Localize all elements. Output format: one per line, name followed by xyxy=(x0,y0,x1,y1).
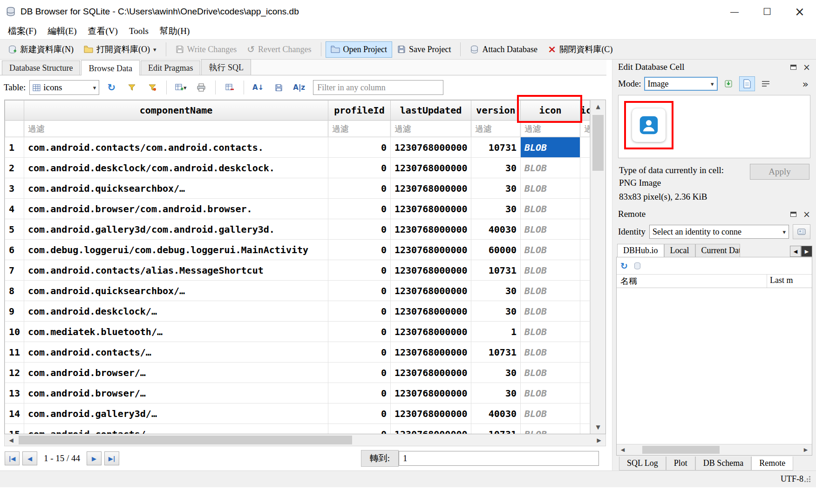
import-data-button[interactable] xyxy=(721,76,736,91)
scroll-left-icon[interactable]: ◀ xyxy=(5,434,18,446)
cell-clipped[interactable] xyxy=(580,403,590,424)
vertical-scroll-track[interactable] xyxy=(591,113,605,421)
word-wrap-button[interactable] xyxy=(758,76,774,91)
cell-componentName[interactable]: com.android.contacts/… xyxy=(24,424,328,435)
cell-version[interactable]: 30 xyxy=(471,158,521,178)
cell-clipped[interactable] xyxy=(580,383,590,403)
float-panel-icon[interactable] xyxy=(790,212,796,217)
cell-profileId[interactable]: 0 xyxy=(328,322,391,342)
filter-profileId[interactable]: 過濾 xyxy=(328,121,391,137)
cell-clipped[interactable] xyxy=(580,137,590,158)
cell-version[interactable]: 30 xyxy=(471,363,521,383)
menu-help[interactable]: 幫助(H) xyxy=(155,24,195,39)
cell-componentName[interactable]: com.android.quicksearchbox/… xyxy=(24,281,328,301)
maximize-button[interactable]: ☐ xyxy=(751,0,783,23)
cell-lastUpdated[interactable]: 1230768000000 xyxy=(391,322,471,342)
print-cell-button[interactable] xyxy=(739,76,755,91)
previous-page-button[interactable]: ◀ xyxy=(22,451,37,465)
cell-componentName[interactable]: com.android.contacts/com.android.contact… xyxy=(24,137,328,158)
cell-version[interactable]: 10731 xyxy=(471,260,521,281)
dock-tab-remote[interactable]: Remote xyxy=(751,457,793,470)
cell-profileId[interactable]: 0 xyxy=(328,342,391,363)
cell-icon-blob[interactable]: BLOB xyxy=(521,281,580,301)
cell-componentName[interactable]: com.android.deskclock/com.android.deskcl… xyxy=(24,158,328,178)
cell-componentName[interactable]: com.android.browser/… xyxy=(24,363,328,383)
filter-icon[interactable]: 過濾 xyxy=(521,121,580,137)
clear-filters-button[interactable] xyxy=(123,80,140,95)
save-view-button[interactable] xyxy=(270,80,287,95)
horizontal-scroll-thumb[interactable] xyxy=(19,436,352,444)
cell-clipped[interactable] xyxy=(580,363,590,383)
cell-profileId[interactable]: 0 xyxy=(328,424,391,435)
cell-version[interactable]: 10731 xyxy=(471,137,521,158)
goto-row-input[interactable] xyxy=(399,451,599,466)
cell-icon-blob[interactable]: BLOB xyxy=(521,322,580,342)
cell-clipped[interactable] xyxy=(580,342,590,363)
cell-lastUpdated[interactable]: 1230768000000 xyxy=(391,137,471,158)
row-number-cell[interactable]: 1 xyxy=(5,137,24,158)
write-changes-button[interactable]: Write Changes xyxy=(170,41,242,58)
cell-componentName[interactable]: com.android.contacts/alias.MessageShortc… xyxy=(24,260,328,281)
cell-version[interactable]: 30 xyxy=(471,199,521,219)
tab-database-structure[interactable]: Database Structure xyxy=(2,60,80,75)
filter-componentName[interactable]: 過濾 xyxy=(24,121,328,137)
format-button[interactable]: A|z xyxy=(291,80,307,95)
cell-version[interactable]: 40030 xyxy=(471,219,521,240)
filter-options-button[interactable] xyxy=(144,80,161,95)
row-number-cell[interactable]: 11 xyxy=(5,342,24,363)
delete-record-button[interactable] xyxy=(221,80,238,95)
cell-profileId[interactable]: 0 xyxy=(328,260,391,281)
row-number-cell[interactable]: 13 xyxy=(5,383,24,403)
cell-icon-blob[interactable]: BLOB xyxy=(521,403,580,424)
cell-icon-blob[interactable]: BLOB xyxy=(521,363,580,383)
sort-button[interactable]: A↓ xyxy=(250,80,266,95)
goto-button[interactable]: 轉到: xyxy=(361,450,399,467)
cell-clipped[interactable] xyxy=(580,158,590,178)
cell-clipped[interactable] xyxy=(580,178,590,199)
cell-profileId[interactable]: 0 xyxy=(328,158,391,178)
cell-icon-blob[interactable]: BLOB xyxy=(521,199,580,219)
filter-lastUpdated[interactable]: 過濾 xyxy=(391,121,471,137)
remote-tab-local[interactable]: Local xyxy=(664,244,695,257)
cell-lastUpdated[interactable]: 1230768000000 xyxy=(391,342,471,363)
cell-lastUpdated[interactable]: 1230768000000 xyxy=(391,403,471,424)
tab-browse-data[interactable]: Browse Data xyxy=(81,60,139,75)
revert-changes-button[interactable]: ↺ Revert Changes xyxy=(242,40,316,58)
tab-scroll-right-icon[interactable]: ▶ xyxy=(801,246,812,257)
horizontal-scrollbar[interactable]: ◀ ▶ xyxy=(4,434,606,446)
remote-column-name[interactable]: 名稱 xyxy=(617,275,767,288)
scroll-down-icon[interactable]: ▼ xyxy=(591,421,605,434)
last-page-button[interactable]: ▶| xyxy=(104,451,119,465)
open-database-button[interactable]: 打開資料庫(O) ▾ xyxy=(79,40,162,58)
cell-lastUpdated[interactable]: 1230768000000 xyxy=(391,158,471,178)
filter-clipped[interactable]: 過濾 xyxy=(580,121,590,137)
remote-column-last-modified[interactable]: Last m xyxy=(767,275,812,288)
float-panel-icon[interactable] xyxy=(790,65,796,70)
filter-any-column-input[interactable] xyxy=(313,80,443,95)
print-button[interactable] xyxy=(193,80,210,95)
scroll-left-icon[interactable]: ◀ xyxy=(617,444,629,455)
vertical-scroll-thumb[interactable] xyxy=(592,115,604,171)
cell-lastUpdated[interactable]: 1230768000000 xyxy=(391,363,471,383)
cell-clipped[interactable] xyxy=(580,260,590,281)
row-number-cell[interactable]: 5 xyxy=(5,219,24,240)
remote-horizontal-scrollbar[interactable]: ◀ ▶ xyxy=(617,444,812,455)
cell-version[interactable]: 30 xyxy=(471,383,521,403)
column-header-componentName[interactable]: componentName xyxy=(24,101,328,121)
cell-profileId[interactable]: 0 xyxy=(328,281,391,301)
cell-lastUpdated[interactable]: 1230768000000 xyxy=(391,240,471,260)
cell-version[interactable]: 40030 xyxy=(471,403,521,424)
cell-version[interactable]: 30 xyxy=(471,281,521,301)
open-project-button[interactable]: Open Project xyxy=(326,41,392,58)
column-header-profileId[interactable]: profileId xyxy=(328,101,391,121)
cell-componentName[interactable]: com.android.browser/com.android.browser. xyxy=(24,199,328,219)
tab-execute-sql[interactable]: 執行 SQL xyxy=(201,59,251,75)
cell-icon-blob[interactable]: BLOB xyxy=(521,240,580,260)
remote-tab-dbhub[interactable]: DBHub.io xyxy=(617,244,664,257)
new-database-button[interactable]: 新建資料庫(N) xyxy=(3,40,79,58)
cell-profileId[interactable]: 0 xyxy=(328,137,391,158)
dock-tab-plot[interactable]: Plot xyxy=(666,457,695,470)
scroll-up-icon[interactable]: ▲ xyxy=(591,100,605,113)
cell-componentName[interactable]: com.android.browser/… xyxy=(24,383,328,403)
cell-profileId[interactable]: 0 xyxy=(328,240,391,260)
